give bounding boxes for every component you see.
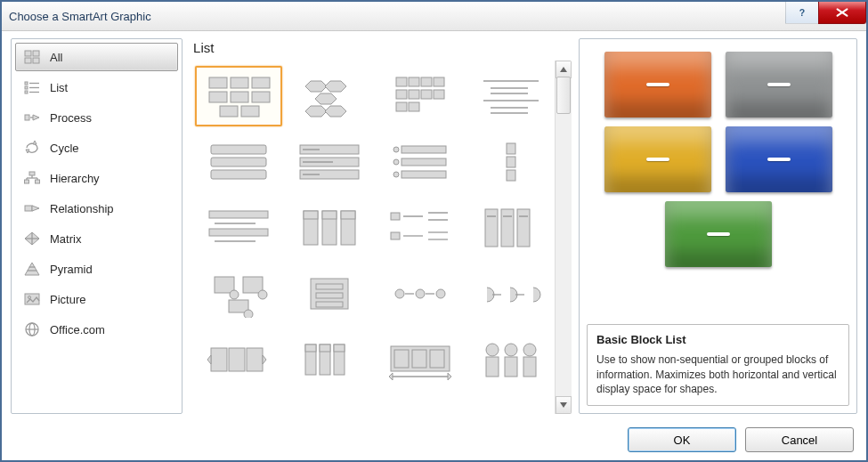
cancel-label: Cancel — [782, 434, 817, 447]
svg-marker-44 — [315, 93, 337, 104]
svg-rect-51 — [396, 90, 407, 99]
thumb-detailed-process[interactable] — [467, 263, 555, 324]
category-picture[interactable]: Picture — [15, 285, 178, 313]
category-all[interactable]: All — [15, 43, 178, 71]
preview-block-3 — [604, 126, 711, 192]
category-office[interactable]: Office.com — [15, 315, 178, 344]
svg-marker-23 — [32, 206, 39, 211]
ok-button[interactable]: OK — [628, 427, 736, 452]
svg-rect-136 — [430, 350, 444, 368]
svg-rect-130 — [305, 344, 316, 352]
svg-rect-90 — [341, 211, 355, 219]
svg-rect-35 — [231, 77, 248, 88]
gallery-heading: List — [190, 38, 572, 61]
thumb-increasing-circle-process[interactable] — [286, 263, 373, 324]
svg-rect-21 — [36, 180, 40, 183]
scroll-track[interactable] — [556, 77, 572, 398]
preview-description: Use to show non-sequential or grouped bl… — [596, 353, 840, 396]
thumb-square-accent-list[interactable] — [467, 132, 555, 192]
thumb-alternating-hexagons[interactable] — [286, 66, 373, 126]
matrix-icon — [23, 231, 41, 247]
thumb-vertical-circle-list[interactable] — [467, 329, 555, 390]
category-hierarchy[interactable]: Hierarchy — [15, 164, 178, 192]
svg-rect-20 — [25, 180, 29, 183]
pyramid-icon — [23, 261, 41, 277]
thumb-varying-width-list[interactable] — [286, 132, 373, 192]
category-matrix[interactable]: Matrix — [15, 224, 178, 253]
thumb-lined-list[interactable] — [467, 66, 555, 126]
category-cycle[interactable]: Cycle — [15, 134, 178, 162]
thumb-tab-list[interactable] — [377, 132, 464, 192]
thumb-picture-caption-list[interactable] — [377, 66, 464, 126]
scroll-down-button[interactable] — [556, 396, 572, 414]
svg-rect-37 — [209, 92, 227, 102]
svg-marker-45 — [305, 106, 327, 117]
thumb-vertical-box-list[interactable] — [195, 132, 282, 192]
svg-rect-89 — [322, 211, 337, 219]
svg-point-117 — [416, 289, 425, 298]
scroll-up-button[interactable] — [556, 61, 572, 78]
svg-rect-83 — [209, 229, 268, 236]
svg-rect-40 — [220, 106, 238, 117]
thumb-vertical-bracket-list[interactable] — [377, 198, 464, 258]
svg-rect-47 — [396, 77, 407, 86]
svg-rect-95 — [391, 232, 400, 239]
preview-block-5 — [665, 201, 772, 267]
preview-description-box: Basic Block List Use to show non-sequent… — [587, 324, 849, 406]
svg-rect-88 — [304, 211, 318, 219]
svg-rect-64 — [211, 158, 266, 166]
thumb-vertical-block-list[interactable] — [286, 198, 373, 258]
svg-rect-112 — [316, 284, 343, 289]
thumb-horizontal-bullet-list[interactable] — [195, 198, 282, 258]
svg-marker-139 — [448, 373, 451, 380]
close-button[interactable] — [818, 2, 866, 24]
preview-panel: Basic Block List Use to show non-sequent… — [579, 38, 857, 414]
category-relationship[interactable]: Relationship — [15, 194, 178, 223]
scroll-thumb[interactable] — [556, 77, 571, 114]
thumb-stacked-list[interactable] — [195, 263, 282, 324]
preview-block-4 — [726, 126, 832, 192]
thumb-horizontal-picture-list[interactable] — [286, 329, 373, 390]
thumb-vertical-picture-list[interactable] — [467, 198, 555, 258]
svg-marker-14 — [33, 141, 37, 144]
cancel-button[interactable]: Cancel — [745, 427, 854, 452]
svg-point-74 — [393, 159, 399, 165]
svg-rect-106 — [243, 277, 263, 293]
svg-rect-131 — [320, 344, 330, 352]
svg-rect-36 — [252, 77, 270, 88]
hierarchy-icon — [23, 170, 41, 186]
relationship-icon — [23, 200, 41, 216]
svg-rect-4 — [33, 58, 39, 63]
dialog-body: All List Process Cycle — [2, 31, 866, 460]
category-label: Process — [50, 111, 92, 125]
preview-block-1 — [604, 52, 711, 118]
gallery-panel: List — [190, 38, 572, 414]
svg-rect-105 — [215, 277, 234, 293]
picture-icon — [23, 291, 41, 307]
smartart-dialog: Choose a SmartArt Graphic ? All — [0, 0, 868, 462]
category-label: Relationship — [50, 202, 114, 215]
gallery — [190, 61, 555, 414]
category-label: Picture — [50, 293, 85, 306]
thumb-pie-process[interactable] — [377, 263, 464, 324]
category-pyramid[interactable]: Pyramid — [15, 255, 178, 283]
svg-rect-124 — [247, 348, 263, 371]
process-icon — [23, 109, 41, 126]
svg-rect-2 — [33, 51, 39, 56]
preview-block-2 — [726, 52, 832, 118]
gallery-scrollbar — [555, 61, 572, 414]
thumb-grouped-list[interactable] — [195, 329, 282, 390]
category-label: Hierarchy — [50, 172, 100, 185]
svg-point-144 — [523, 344, 536, 356]
thumb-continuous-picture-list[interactable] — [377, 329, 464, 390]
svg-rect-5 — [25, 82, 28, 85]
svg-rect-54 — [434, 90, 444, 99]
svg-rect-145 — [523, 357, 536, 377]
svg-rect-141 — [486, 357, 499, 377]
svg-rect-113 — [316, 293, 343, 298]
help-button[interactable]: ? — [785, 2, 819, 24]
category-list[interactable]: List — [15, 73, 178, 101]
category-process[interactable]: Process — [15, 103, 178, 132]
svg-marker-147 — [560, 402, 567, 408]
thumb-basic-block-list[interactable] — [195, 66, 282, 126]
